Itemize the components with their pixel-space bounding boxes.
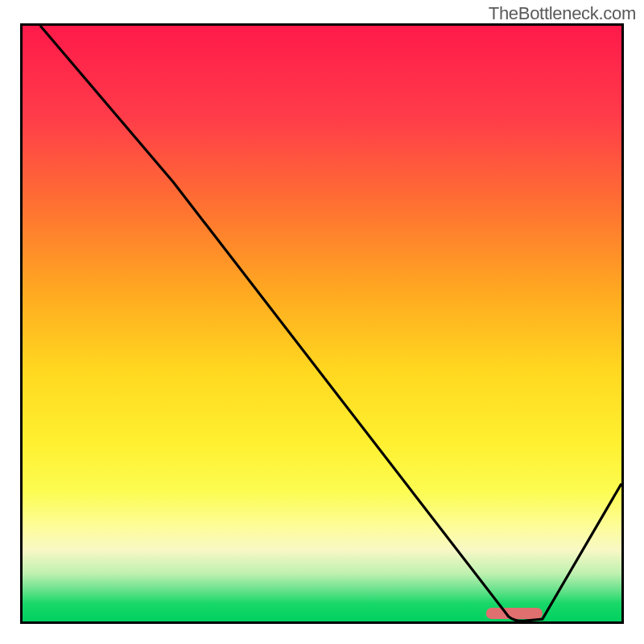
watermark-text: TheBottleneck.com (489, 3, 636, 24)
chart-frame (20, 23, 624, 624)
plot-svg (23, 26, 621, 621)
bottleneck-curve (40, 26, 621, 621)
chart-container: TheBottleneck.com (0, 0, 644, 644)
optimal-marker (486, 608, 543, 619)
